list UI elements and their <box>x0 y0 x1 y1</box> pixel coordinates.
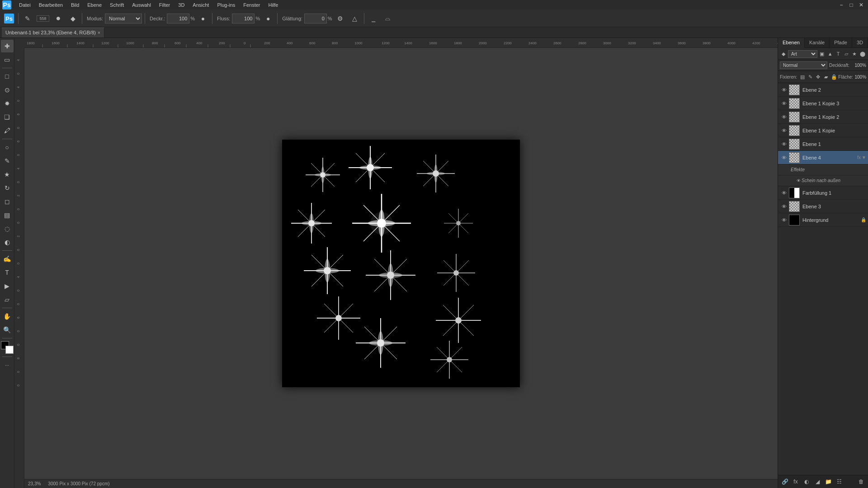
stamp-tool[interactable]: ★ <box>1 168 14 181</box>
layer-filter-icon[interactable]: ◆ <box>780 49 787 58</box>
color-swatches[interactable] <box>1 341 14 354</box>
layer-ebene1kopie3[interactable]: 👁 Ebene 1 Kopie 3 <box>778 97 868 110</box>
menu-3d[interactable]: 3D <box>175 1 188 9</box>
add-mask-icon[interactable]: ◐ <box>802 477 811 487</box>
tab-kanaele[interactable]: Kanäle <box>805 38 830 47</box>
menu-bild[interactable]: Bild <box>67 1 83 9</box>
eyedropper-tool[interactable]: 🖍 <box>1 124 14 137</box>
brush-tool-icon[interactable]: ✎ <box>21 12 34 25</box>
filter-toggle-icon[interactable]: ⬤ <box>859 49 866 58</box>
brush-angle-icon[interactable]: △ <box>349 12 361 25</box>
layer-eye-schein[interactable]: 👁 <box>795 178 802 184</box>
menu-fenster[interactable]: Fenster <box>240 1 264 9</box>
symmetry-icon[interactable]: ⎯ <box>367 12 380 25</box>
tab-ebenen[interactable]: Ebenen <box>778 38 805 48</box>
minimize-button[interactable]: − <box>836 0 846 10</box>
artboard-tool[interactable]: ▭ <box>1 53 14 66</box>
layer-effekte[interactable]: Effekte <box>778 164 868 175</box>
maximize-button[interactable]: □ <box>846 0 856 10</box>
filter-text-icon[interactable]: T <box>835 49 842 58</box>
tab-pfade[interactable]: Pfade <box>830 38 852 47</box>
layer-eye-ebene1kopie3[interactable]: 👁 <box>780 99 788 108</box>
layer-ebene1kopie2[interactable]: 👁 Ebene 1 Kopie 2 <box>778 110 868 124</box>
new-adjustment-icon[interactable]: ◢ <box>812 477 822 487</box>
menu-filter[interactable]: Filter <box>156 1 174 9</box>
lock-artboard-icon[interactable]: ▰ <box>823 72 830 81</box>
layer-type-filter[interactable]: Art <box>788 50 817 58</box>
document-tab[interactable]: Unbenant-1 bei 23,3% (Ebene 4, RGB/8) × <box>2 28 104 38</box>
hand-tool[interactable]: ✋ <box>1 310 14 323</box>
background-color[interactable] <box>5 346 14 354</box>
opacity-value[interactable]: 100% <box>850 63 866 68</box>
type-tool[interactable]: T <box>1 266 14 279</box>
glattung-input[interactable]: 0 <box>304 14 327 23</box>
menu-bearbeiten[interactable]: Bearbeiten <box>35 1 66 9</box>
filter-adjust-icon[interactable]: ▲ <box>826 49 834 58</box>
new-group-icon[interactable]: 📁 <box>823 477 833 487</box>
pen-tool[interactable]: ✍ <box>1 253 14 265</box>
quick-select-tool[interactable]: ✸ <box>1 97 14 110</box>
eraser-tool[interactable]: ◻ <box>1 195 14 208</box>
move-tool[interactable]: ✚ <box>1 40 14 52</box>
blend-mode-select[interactable]: Normal Aufhellen Abdunkeln Multipliziere… <box>780 61 827 69</box>
close-button[interactable]: ✕ <box>856 0 866 10</box>
pressure-icon[interactable]: ⌓ <box>382 12 394 25</box>
layer-eye-ebene4[interactable]: 👁 <box>780 154 788 162</box>
delete-layer-icon[interactable]: 🗑 <box>856 477 866 487</box>
lock-all-icon[interactable]: 🔒 <box>830 72 837 81</box>
layer-farbfuellung[interactable]: 👁 Farbfüllung 1 <box>778 186 868 200</box>
layer-eye-ebene3[interactable]: 👁 <box>780 202 788 211</box>
layer-eye-ebene1kopie[interactable]: 👁 <box>780 127 788 135</box>
zoom-tool[interactable]: 🔍 <box>1 324 14 336</box>
link-layers-icon[interactable]: 🔗 <box>780 477 790 487</box>
layer-ebene2[interactable]: 👁 Ebene 2 <box>778 83 868 97</box>
lasso-tool[interactable]: ⊙ <box>1 84 14 96</box>
deckraft-input[interactable]: 100 <box>167 14 189 23</box>
menu-ansicht[interactable]: Ansicht <box>189 1 212 9</box>
fluss-airbrush-icon[interactable]: ● <box>262 12 274 25</box>
fill-value[interactable]: 100% <box>854 75 866 80</box>
brush-tool[interactable]: ✎ <box>1 155 14 167</box>
crop-tool[interactable]: ❏ <box>1 111 14 123</box>
layer-ebene3[interactable]: 👁 Ebene 3 <box>778 200 868 213</box>
layer-fx-collapse[interactable]: ▼ <box>862 155 866 160</box>
menu-hilfe[interactable]: Hilfe <box>264 1 282 9</box>
layer-schein[interactable]: 👁 Schein nach außen <box>778 175 868 186</box>
menu-auswahl[interactable]: Auswahl <box>128 1 155 9</box>
new-layer-icon[interactable]: ☷ <box>834 477 844 487</box>
extra-tools[interactable]: ··· <box>1 359 14 371</box>
filter-shape-icon[interactable]: ▱ <box>843 49 850 58</box>
layer-eye-ebene2[interactable]: 👁 <box>780 86 788 94</box>
doc-tab-close[interactable]: × <box>98 30 100 35</box>
shape-tool[interactable]: ▱ <box>1 293 14 306</box>
brush-option-toggle[interactable]: ◆ <box>66 12 79 25</box>
modus-select[interactable]: Normal Aufhellen Abdunkeln <box>105 14 142 23</box>
add-style-icon[interactable]: fx <box>791 477 801 487</box>
lock-paint-icon[interactable]: ✎ <box>807 72 814 81</box>
layer-ebene1kopie[interactable]: 👁 Ebene 1 Kopie <box>778 124 868 137</box>
blur-tool[interactable]: ◌ <box>1 222 14 235</box>
brush-preset-picker[interactable]: ● <box>52 12 65 25</box>
tab-3d[interactable]: 3D <box>852 38 868 47</box>
history-brush-tool[interactable]: ↻ <box>1 182 14 194</box>
marquee-tool[interactable]: □ <box>1 70 14 83</box>
gradient-tool[interactable]: ▤ <box>1 209 14 221</box>
layer-eye-ebene1kopie2[interactable]: 👁 <box>780 113 788 121</box>
glattung-options-icon[interactable]: ⚙ <box>334 12 347 25</box>
spot-heal-tool[interactable]: ○ <box>1 141 14 154</box>
menu-ebene[interactable]: Ebene <box>84 1 105 9</box>
layer-ebene4[interactable]: 👁 Ebene 4 fx ▼ <box>778 151 868 164</box>
menu-datei[interactable]: Datei <box>15 1 34 9</box>
menu-schrift[interactable]: Schrift <box>106 1 127 9</box>
deckraft-pressure-icon[interactable]: ● <box>197 12 209 25</box>
menu-plugins[interactable]: Plug-ins <box>213 1 239 9</box>
layer-eye-hintergrund[interactable]: 👁 <box>780 216 788 224</box>
fluss-input[interactable]: 100 <box>232 14 255 23</box>
layer-eye-ebene1[interactable]: 👁 <box>780 140 788 148</box>
filter-smart-icon[interactable]: ★ <box>851 49 858 58</box>
layer-eye-farbfuellung[interactable]: 👁 <box>780 189 788 197</box>
filter-pixel-icon[interactable]: ▣ <box>818 49 826 58</box>
lock-position-icon[interactable]: ✥ <box>815 72 821 81</box>
path-select-tool[interactable]: ▶ <box>1 280 14 292</box>
lock-transparent-icon[interactable]: ▤ <box>799 72 806 81</box>
